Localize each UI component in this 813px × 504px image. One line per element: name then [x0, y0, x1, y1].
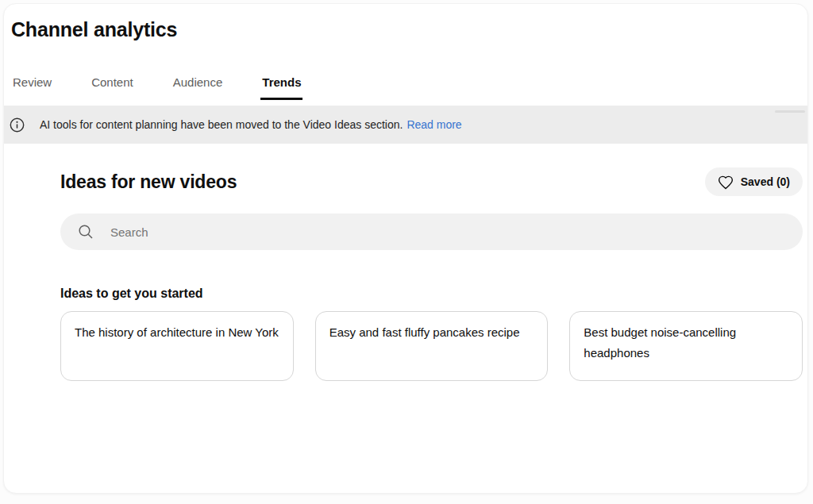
search-icon — [78, 224, 94, 240]
starter-ideas-heading: Ideas to get you started — [60, 287, 803, 301]
info-icon — [10, 117, 25, 133]
page-title: Channel analytics — [11, 17, 807, 41]
search-input[interactable] — [110, 214, 803, 250]
content-header: Ideas for new videos Saved (0) — [60, 167, 803, 196]
idea-cards: The history of architecture in New York … — [60, 311, 803, 381]
tab-review[interactable]: Review — [11, 75, 53, 100]
scrollbar-thumb[interactable] — [775, 110, 805, 113]
tab-trends[interactable]: Trends — [260, 75, 302, 100]
banner-message-text: AI tools for content planning have been … — [40, 118, 403, 131]
saved-button-label: Saved (0) — [741, 175, 790, 188]
analytics-tabs: Review Content Audience Trends — [4, 75, 807, 100]
idea-card-label: Best budget noise-cancelling headphones — [584, 322, 788, 364]
idea-card-label: Easy and fast fluffy pancakes recipe — [329, 322, 534, 343]
idea-card-architecture[interactable]: The history of architecture in New York — [60, 311, 294, 381]
tab-audience[interactable]: Audience — [171, 75, 225, 100]
ideas-heading: Ideas for new videos — [60, 170, 237, 194]
info-banner: AI tools for content planning have been … — [4, 106, 807, 144]
idea-card-headphones[interactable]: Best budget noise-cancelling headphones — [569, 311, 803, 381]
heart-icon — [718, 174, 734, 190]
saved-button[interactable]: Saved (0) — [705, 167, 803, 196]
trends-content: Ideas for new videos Saved (0) Ideas to … — [4, 167, 807, 381]
channel-analytics-window: Channel analytics Review Content Audienc… — [3, 3, 808, 494]
search-bar — [60, 214, 803, 250]
idea-card-label: The history of architecture in New York — [75, 322, 279, 343]
idea-card-pancakes[interactable]: Easy and fast fluffy pancakes recipe — [315, 311, 549, 381]
read-more-link[interactable]: Read more — [406, 118, 461, 131]
tab-content[interactable]: Content — [90, 75, 135, 100]
banner-message: AI tools for content planning have been … — [40, 117, 462, 132]
